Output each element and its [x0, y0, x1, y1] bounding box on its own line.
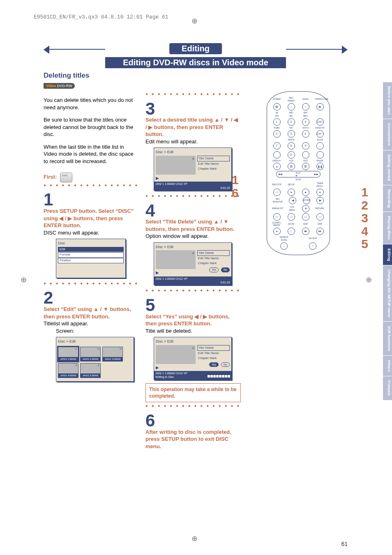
writing-screen: Disc > Edit ▶ Title DeleteEdit Title Nam…	[154, 337, 232, 380]
step-4-instruction: Select “Title Delete” using ▲ / ▼ button…	[145, 218, 241, 233]
step-divider: ● ● ● ● ● ● ● ● ● ● ● ● ● ● ● ● ● ● ● ● …	[44, 281, 139, 286]
step-number-1: 1	[44, 192, 139, 207]
callout-steps-right: 12345	[361, 186, 368, 251]
callout-steps-left: 16	[232, 173, 239, 199]
side-tab: Changing the SETUP menu	[383, 265, 392, 321]
confirm-screen: Disc > Edit ▶ Title DeleteEdit Title Nam…	[154, 242, 232, 286]
subsection-title: Deleting titles	[44, 71, 348, 80]
step-2-instruction: Select “Edit” using ▲ / ▼ buttons, then …	[44, 306, 139, 320]
step-6-instruction: After writing to disc is completed, pres…	[145, 428, 241, 450]
intro-paragraph: When the last title in the title list in…	[44, 143, 139, 165]
crop-mark-top: ⊕	[191, 16, 198, 25]
side-tab: Others	[383, 356, 392, 376]
file-header: E9501CD_EN/FR_v3.qx3 04.8.10 12:01 Page …	[34, 14, 168, 20]
step-3-body: Edit menu will appear.	[145, 138, 241, 145]
step-2-body: Titlelist will appear.	[44, 320, 139, 327]
side-tab: Editing	[383, 244, 392, 265]
step-1-body: DISC menu will appear.	[44, 229, 139, 237]
side-tab: VCR functions	[383, 322, 392, 355]
chapter-title-banner: Editing	[44, 43, 348, 55]
side-tab: Français	[383, 376, 392, 400]
step-divider: ● ● ● ● ● ● ● ● ● ● ● ● ● ● ● ● ● ● ● ● …	[145, 91, 241, 97]
step-divider: ● ● ● ● ● ● ● ● ● ● ● ● ● ● ● ● ● ● ● ● …	[145, 288, 241, 293]
intro-paragraph: Be sure to know that the titles once del…	[44, 116, 139, 138]
step-number-4: 4	[145, 203, 241, 219]
side-navigation-tabs: Before you startConnectionsGetting start…	[383, 82, 392, 400]
step-5-instruction: Select “Yes” using ◀ / ▶ buttons, then p…	[145, 313, 241, 327]
step-number-5: 5	[145, 297, 241, 313]
crop-mark-right: ⊕	[366, 275, 372, 284]
titlelist-screen: Disc > Edit JAN/1 1:00AMJAN/1 2:00AMJAN/…	[56, 337, 134, 381]
step-number-2: 2	[44, 290, 139, 306]
disc-menu-screen: Disc EditFormatFinalize	[56, 239, 126, 278]
screen-label: Screen:	[44, 327, 139, 335]
side-tab: Getting started	[383, 150, 392, 185]
side-tab: Recording	[383, 185, 392, 212]
side-tab: Playing discs	[383, 212, 392, 244]
crop-mark-left: ⊕	[21, 275, 27, 284]
step-4-body: Option window will appear.	[145, 233, 241, 240]
warning-callout: This operation may take a while to be co…	[145, 383, 241, 402]
step-1-instruction: Press SETUP button. Select “DISC” using …	[44, 207, 139, 229]
chapter-title: Editing	[169, 43, 222, 54]
step-5-body: Title will be deleted.	[145, 327, 241, 335]
remote-control-diagram: POWERREC SPEEDAUDIOOPEN/CLOSE ⏻○○⏏ .@!AB…	[267, 91, 330, 255]
crop-mark-bottom: ⊕	[191, 534, 198, 543]
intro-paragraph: You can delete titles which you do not n…	[44, 97, 139, 111]
side-tab: Connections	[383, 119, 392, 150]
disc-type-badge: Video DVD-RW	[44, 83, 75, 89]
step-number-6: 6	[145, 413, 241, 428]
first-label: First:	[44, 173, 57, 181]
step-divider: ● ● ● ● ● ● ● ● ● ● ● ● ● ● ● ● ● ● ● ● …	[44, 182, 139, 188]
edit-menu-screen: Disc > Edit ▶ Title DeleteEdit Title Nam…	[154, 147, 232, 191]
step-3-instruction: Select a desired title using ▲ / ▼ / ◀ /…	[145, 116, 241, 138]
step-divider: ● ● ● ● ● ● ● ● ● ● ● ● ● ● ● ● ● ● ● ● …	[145, 193, 241, 199]
step-divider: ● ● ● ● ● ● ● ● ● ● ● ● ● ● ● ● ● ● ● ● …	[145, 403, 241, 409]
side-tab: Before you start	[383, 82, 392, 119]
section-banner: Editing DVD-RW discs in Video mode	[105, 57, 286, 68]
dvd-power-icon	[60, 173, 72, 182]
step-number-3: 3	[145, 101, 241, 117]
page-number: 61	[341, 541, 348, 547]
